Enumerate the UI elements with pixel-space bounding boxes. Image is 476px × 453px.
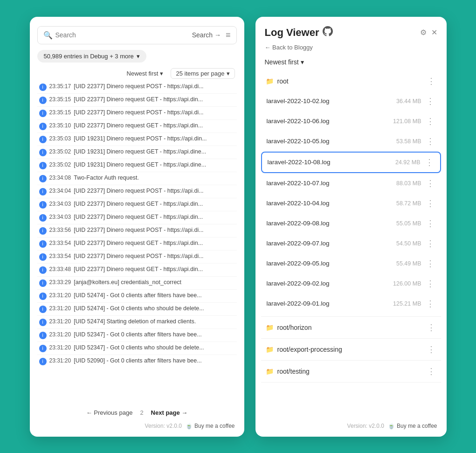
- file-size: 54.50 MB: [396, 240, 421, 247]
- log-message: [UID 22377] Dinero request POST - https:…: [74, 188, 203, 194]
- divider: [261, 316, 441, 317]
- sub-folder-menu-icon[interactable]: ⋮: [426, 366, 436, 376]
- log-item[interactable]: i 23:33:48 [UID 22377] Dinero request GE…: [37, 264, 237, 277]
- file-menu-icon[interactable]: ⋮: [425, 136, 435, 146]
- file-menu-icon[interactable]: ⋮: [425, 279, 435, 289]
- log-item[interactable]: i 23:34:08 Two-Factor Auth request.: [37, 172, 237, 185]
- log-item[interactable]: i 23:34:04 [UID 22377] Dinero request PO…: [37, 185, 237, 198]
- log-level-icon: i: [39, 136, 47, 143]
- file-item[interactable]: laravel-2022-10-02.log 36.44 MB ⋮: [261, 91, 441, 111]
- log-level-icon: i: [39, 149, 47, 156]
- right-footer: Version: v2.0.0 🍵 Buy me a coffee: [255, 417, 447, 429]
- filter-pill[interactable]: 50,989 entries in Debug + 3 more ▾: [37, 50, 146, 63]
- log-time: 23:35:17: [49, 83, 71, 90]
- right-sort-bar[interactable]: Newest first ▾: [255, 55, 447, 71]
- log-level-icon: i: [39, 227, 47, 235]
- root-folder-header[interactable]: 📁 root ⋮: [261, 71, 441, 91]
- github-icon[interactable]: [323, 26, 333, 39]
- file-name: laravel-2022-10-05.log: [267, 138, 330, 145]
- file-item[interactable]: laravel-2022-09-01.log 125.21 MB ⋮: [261, 294, 441, 314]
- log-level-icon: i: [39, 84, 47, 91]
- log-message: [UID 19231] Dinero request GET - https:/…: [74, 148, 206, 155]
- sub-folder-menu-icon[interactable]: ⋮: [426, 322, 436, 333]
- log-item[interactable]: i 23:31:20 [UID 52474] - Got 0 clients w…: [37, 303, 237, 316]
- log-time: 23:35:15: [49, 96, 71, 103]
- sort-chevron-icon: ▾: [160, 70, 163, 77]
- log-time: 23:34:03: [49, 201, 71, 207]
- page-size-label: 25 items per page: [176, 70, 224, 77]
- file-item[interactable]: laravel-2022-10-06.log 121.08 MB ⋮: [261, 112, 441, 131]
- file-menu-icon[interactable]: ⋮: [425, 116, 435, 126]
- next-page-button[interactable]: Next page →: [151, 409, 188, 416]
- file-item[interactable]: laravel-2022-10-05.log 53.58 MB ⋮: [261, 132, 441, 151]
- left-coffee-link[interactable]: 🍵 Buy me a coffee: [186, 423, 235, 429]
- sub-folder-menu-icon[interactable]: ⋮: [426, 344, 436, 355]
- left-version-label: Version: v2.0.0: [145, 423, 182, 429]
- file-item[interactable]: laravel-2022-09-05.log 55.49 MB ⋮: [261, 254, 441, 273]
- file-item[interactable]: laravel-2022-10-08.log 24.92 MB ⋮: [261, 152, 441, 173]
- file-name: laravel-2022-09-08.log: [267, 220, 330, 227]
- search-button[interactable]: Search →: [192, 31, 221, 39]
- file-item[interactable]: laravel-2022-10-04.log 58.72 MB ⋮: [261, 194, 441, 213]
- file-meta: 24.92 MB ⋮: [395, 157, 435, 167]
- file-item[interactable]: laravel-2022-09-07.log 54.50 MB ⋮: [261, 234, 441, 253]
- prev-page-button[interactable]: ← Previous page: [86, 409, 133, 416]
- file-name: laravel-2022-10-02.log: [267, 98, 330, 105]
- right-panel: Log Viewer ⚙ ✕ ← Back to Bloggy Newest f…: [255, 17, 447, 437]
- search-input[interactable]: [55, 31, 192, 39]
- app-title: Log Viewer: [265, 26, 333, 39]
- sub-folder-name: 📁 root/testing: [266, 368, 310, 375]
- log-item[interactable]: i 23:33:54 [UID 22377] Dinero request PO…: [37, 251, 237, 264]
- log-level-icon: i: [39, 293, 47, 300]
- sub-folder-header[interactable]: 📁 root/export-processing ⋮: [261, 340, 441, 359]
- log-item[interactable]: i 23:33:54 [UID 22377] Dinero request GE…: [37, 237, 237, 251]
- folder-icon: 📁: [266, 324, 274, 331]
- log-item[interactable]: i 23:33:29 [anja@kolters.eu] credentials…: [37, 277, 237, 290]
- file-menu-icon[interactable]: ⋮: [425, 258, 435, 269]
- sub-folder-header[interactable]: 📁 root/horizon ⋮: [261, 318, 441, 337]
- log-time: 23:31:20: [49, 357, 71, 364]
- close-button[interactable]: ✕: [431, 28, 437, 37]
- log-time: 23:31:20: [49, 318, 71, 325]
- log-item[interactable]: i 23:31:20 [UID 52090] - Got 0 clients a…: [37, 355, 237, 368]
- log-item[interactable]: i 23:33:56 [UID 22377] Dinero request PO…: [37, 224, 237, 237]
- settings-button[interactable]: ⚙: [420, 28, 427, 37]
- log-item[interactable]: i 23:31:20 [UID 52347] - Got 0 clients a…: [37, 329, 237, 342]
- current-page: 2: [140, 409, 143, 416]
- file-item[interactable]: laravel-2022-09-08.log 55.05 MB ⋮: [261, 214, 441, 233]
- file-item[interactable]: laravel-2022-09-02.log 126.00 MB ⋮: [261, 274, 441, 293]
- sub-folder-header[interactable]: 📁 root/testing ⋮: [261, 362, 441, 381]
- coffee-icon: 🍵: [388, 423, 395, 429]
- log-item[interactable]: i 23:35:17 [UID 22377] Dinero request PO…: [37, 81, 237, 94]
- back-link[interactable]: ← Back to Bloggy: [255, 44, 447, 55]
- file-meta: 55.49 MB ⋮: [396, 258, 435, 269]
- menu-icon[interactable]: ≡: [226, 30, 231, 40]
- log-item[interactable]: i 23:34:03 [UID 22377] Dinero request GE…: [37, 211, 237, 224]
- log-item[interactable]: i 23:35:15 [UID 22377] Dinero request GE…: [37, 94, 237, 107]
- log-item[interactable]: i 23:35:02 [UID 19231] Dinero request GE…: [37, 159, 237, 172]
- sort-select[interactable]: Newest first ▾: [127, 70, 164, 77]
- file-menu-icon[interactable]: ⋮: [425, 238, 435, 249]
- left-footer: Version: v2.0.0 🍵 Buy me a coffee: [37, 419, 237, 429]
- log-item[interactable]: i 23:31:20 [UID 52474] - Got 0 clients a…: [37, 290, 237, 303]
- file-size: 36.44 MB: [396, 98, 421, 105]
- right-coffee-link[interactable]: 🍵 Buy me a coffee: [388, 423, 437, 429]
- file-item[interactable]: laravel-2022-10-07.log 88.03 MB ⋮: [261, 174, 441, 193]
- log-item[interactable]: i 23:35:10 [UID 22377] Dinero request GE…: [37, 120, 237, 133]
- file-menu-icon[interactable]: ⋮: [425, 178, 435, 188]
- log-item[interactable]: i 23:34:03 [UID 22377] Dinero request GE…: [37, 198, 237, 211]
- folder-icon: 📁: [266, 368, 274, 375]
- page-size-select[interactable]: 25 items per page ▾: [171, 68, 235, 79]
- file-menu-icon[interactable]: ⋮: [425, 299, 435, 309]
- file-menu-icon[interactable]: ⋮: [425, 218, 435, 229]
- log-item[interactable]: i 23:35:03 [UID 19231] Dinero request PO…: [37, 133, 237, 146]
- log-item[interactable]: i 23:31:20 [UID 52347] - Got 0 clients w…: [37, 342, 237, 355]
- file-menu-icon[interactable]: ⋮: [425, 198, 435, 209]
- root-folder-menu-icon[interactable]: ⋮: [426, 76, 436, 86]
- log-item[interactable]: i 23:31:20 [UID 52474] Starting deletion…: [37, 316, 237, 329]
- file-menu-icon[interactable]: ⋮: [424, 157, 435, 167]
- log-message: [UID 19231] Dinero request POST - https:…: [74, 135, 207, 142]
- log-item[interactable]: i 23:35:02 [UID 19231] Dinero request GE…: [37, 146, 237, 159]
- file-menu-icon[interactable]: ⋮: [425, 96, 435, 106]
- log-item[interactable]: i 23:35:15 [UID 22377] Dinero request PO…: [37, 107, 237, 120]
